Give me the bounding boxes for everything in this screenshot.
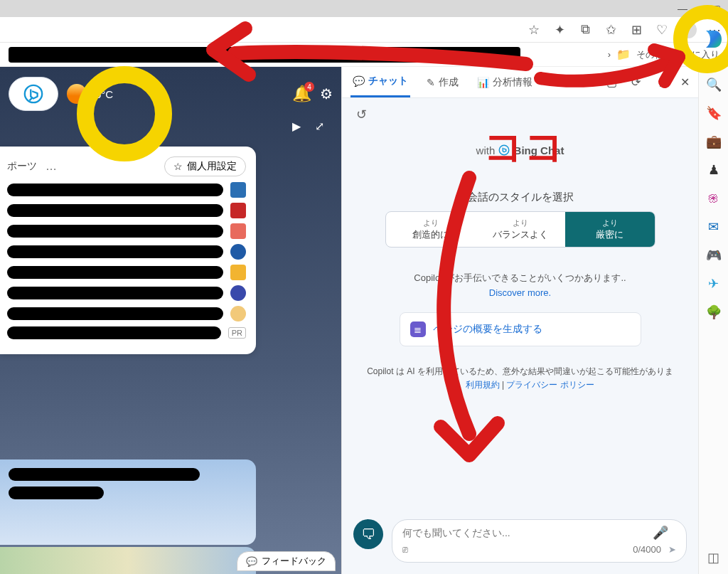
chat-tab-bar: 💬 チャット ✎ 作成 📊 分析情報 ▢ ⟳ ⋮ ✕ (342, 67, 698, 98)
weather-card[interactable] (0, 459, 256, 545)
expand-icon[interactable]: ⤢ (315, 119, 324, 133)
favorites-hub-icon[interactable]: ✩ (603, 22, 619, 38)
char-counter: 0/4000 (633, 544, 661, 555)
health-icon[interactable]: ♡ (654, 22, 670, 38)
style-selector: より 創造的に より バランスよく より 厳密に (385, 211, 655, 248)
extensions-icon[interactable]: ⊞ (628, 22, 644, 38)
svg-point-0 (25, 85, 42, 102)
copilot-chat-panel: 💬 チャット ✎ 作成 📊 分析情報 ▢ ⟳ ⋮ ✕ ↺ with Bing C… (341, 67, 698, 574)
style-creative-button[interactable]: より 創造的に (386, 212, 476, 247)
tools-icon[interactable]: 💼 (706, 134, 722, 149)
news-card: ポーツ … ☆ 個人用設定 PR (0, 147, 256, 354)
chat-input-area: 🗨 🎤 ⎚ 0/4000 ➤ (342, 511, 698, 574)
generate-summary-button[interactable]: ≣ ページの概要を生成する (400, 312, 641, 346)
tree-icon[interactable]: 🌳 (706, 304, 722, 320)
branding-line: with Bing Chat (353, 144, 687, 156)
profile-avatar[interactable] (680, 21, 697, 38)
maximize-button[interactable]: ▢ (712, 3, 721, 14)
split-screen-icon[interactable]: ◫ (706, 550, 722, 565)
summary-icon: ≣ (410, 321, 426, 337)
category-label[interactable]: ポーツ (7, 160, 37, 173)
msn-new-tab-pane: 5°C 🔔 4 ⚙ ▶ ⤢ ポーツ … ☆ 個人用設定 (0, 67, 341, 574)
shopping-icon[interactable]: 🔖 (706, 105, 722, 121)
list-item[interactable] (7, 203, 246, 218)
compose-icon: ✎ (427, 77, 435, 88)
feedback-button[interactable]: 💬 フィードバック (237, 551, 336, 571)
new-topic-button[interactable]: 🗨 (353, 519, 383, 549)
edge-sidebar: 🔍 🔖 💼 ♟ ֎ ✉ 🎮 ✈ 🌳 ◫ (698, 67, 728, 574)
notifications-bell-icon[interactable]: 🔔 4 (292, 85, 311, 103)
close-panel-icon[interactable]: ✕ (680, 75, 690, 89)
new-topic-icon: 🗨 (361, 526, 375, 543)
disclaimer-text: Copilot は AI を利用しているため、意外な結果や間違いが起こる可能性が… (366, 365, 674, 392)
bookmarks-chevron-icon[interactable]: › (608, 49, 611, 60)
style-heading: 会話のスタイルを選択 (353, 191, 687, 204)
notification-badge: 4 (304, 82, 314, 92)
play-icon[interactable]: ▶ (292, 119, 301, 133)
map-card[interactable] (0, 547, 256, 574)
list-item[interactable] (7, 265, 246, 280)
list-item[interactable]: PR (7, 326, 246, 339)
folder-icon: 📁 (616, 48, 631, 61)
history-icon[interactable]: ↺ (356, 107, 367, 122)
tab-insights[interactable]: 📊 分析情報 (475, 76, 535, 89)
more-icon[interactable]: … (46, 160, 57, 173)
style-balanced-button[interactable]: より バランスよく (476, 212, 565, 247)
bing-chat-launcher[interactable] (9, 77, 58, 111)
pr-badge: PR (228, 327, 246, 339)
list-item[interactable] (7, 285, 246, 301)
tab-compose[interactable]: ✎ 作成 (424, 76, 461, 89)
favorite-star-icon[interactable] (526, 22, 542, 38)
outlook-icon[interactable]: ✉ (706, 219, 722, 235)
settings-gear-icon[interactable]: ⚙ (320, 85, 333, 102)
help-text: Copilot がお手伝いできることがいくつかあります.. (368, 272, 673, 285)
browser-toolbar: ✦ ⧉ ✩ ⊞ ♡ ⋯ (0, 17, 728, 43)
minimize-button[interactable]: — (678, 3, 687, 14)
terms-link[interactable]: 利用規約 (466, 380, 500, 390)
chat-input[interactable] (402, 527, 676, 538)
weather-icon[interactable] (67, 84, 87, 104)
window-titlebar: — ▢ (0, 0, 728, 17)
chat-input-box[interactable]: ⎚ 0/4000 ➤ (392, 519, 687, 563)
tab-chat[interactable]: 💬 チャット (350, 67, 410, 97)
privacy-link[interactable]: プライバシー ポリシー (506, 380, 594, 390)
m365-icon[interactable]: ֎ (706, 191, 722, 206)
list-item[interactable] (7, 223, 246, 239)
collections-icon[interactable]: ⧉ (577, 22, 593, 38)
redacted-bookmark-area (9, 47, 520, 63)
feedback-icon: 💬 (246, 556, 257, 567)
discover-link[interactable]: Discover more. (353, 287, 687, 298)
search-icon[interactable]: 🔍 (706, 77, 722, 92)
list-item[interactable] (7, 306, 246, 321)
send-icon[interactable]: ➤ (668, 544, 676, 555)
image-input-icon[interactable]: ⎚ (402, 544, 408, 555)
list-item[interactable] (7, 244, 246, 260)
svg-point-1 (500, 145, 510, 155)
controller-icon[interactable]: 🎮 (706, 248, 722, 263)
open-in-new-icon[interactable]: ▢ (606, 75, 617, 89)
extension-icon[interactable]: ✦ (552, 22, 567, 38)
microphone-icon[interactable]: 🎤 (653, 525, 668, 541)
chat-icon: 💬 (353, 75, 365, 87)
star-icon: ☆ (173, 161, 183, 172)
temperature-label: 5°C (95, 88, 113, 100)
insights-icon: 📊 (477, 77, 489, 88)
games-icon[interactable]: ♟ (706, 162, 722, 178)
style-precise-button[interactable]: より 厳密に (565, 212, 655, 247)
bookmarks-bar: › 📁 その他のお気に入り (0, 43, 728, 67)
refresh-icon[interactable]: ⟳ (631, 75, 641, 89)
send-icon-sidebar[interactable]: ✈ (706, 276, 722, 292)
copilot-sidebar-button[interactable] (697, 23, 728, 55)
more-menu-icon[interactable]: ⋮ (655, 75, 666, 89)
personalize-button[interactable]: ☆ 個人用設定 (164, 156, 246, 176)
list-item[interactable] (7, 182, 246, 198)
